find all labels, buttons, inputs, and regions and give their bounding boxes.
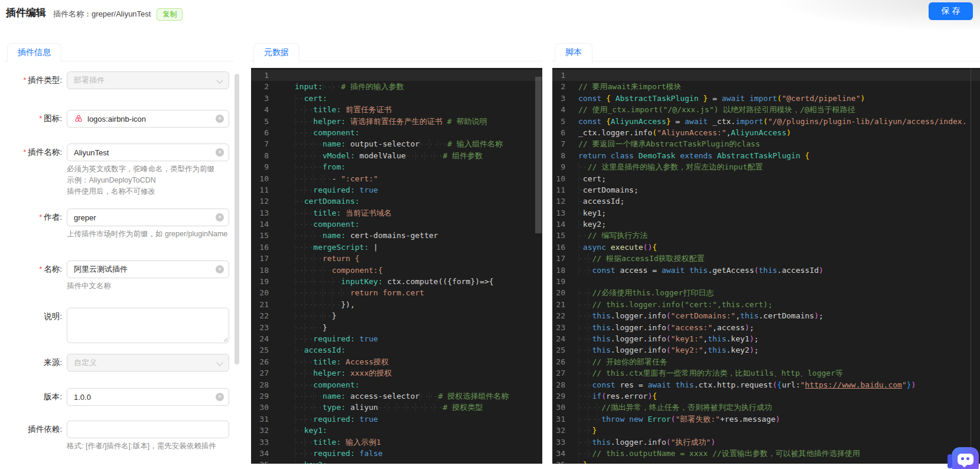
chat-side-decoration (948, 454, 952, 468)
code-line: 16····mergeScript: | (251, 242, 542, 253)
code-line: 23······} (251, 322, 542, 333)
line-number: 16 (251, 242, 278, 253)
copy-button[interactable]: 复制 (157, 8, 183, 21)
code-line: 24····required: true (251, 333, 542, 344)
plugin-name-label: 插件名称： (53, 9, 92, 18)
line-number: 22 (552, 310, 570, 321)
required-mark: * (39, 114, 42, 123)
plugin-name-helper: 必须为英文或数字，驼峰命名，类型作为前缀 示例：AliyunDeployToCD… (67, 164, 229, 197)
description-textarea[interactable] (67, 308, 229, 343)
line-number: 12 (251, 196, 278, 207)
code-line: 26···// 开始你的部署任务 (552, 356, 980, 367)
code-line: 1 (251, 70, 542, 81)
chat-bubble-icon (958, 454, 974, 465)
icon-input[interactable]: logos:airbnb-icon (67, 110, 229, 128)
chat-assistant-button[interactable] (952, 447, 979, 469)
clear-icon[interactable]: ✕ (216, 213, 224, 222)
tab-metadata[interactable]: 元数据 (253, 43, 299, 63)
script-panel: 脚本 12// 要用await来import模块3const { Abstrac… (552, 43, 980, 61)
line-number: 27 (251, 367, 278, 379)
code-line: 19··········inputKey: ctx.compute(({form… (251, 276, 542, 287)
line-number: 20 (552, 287, 570, 298)
line-number: 35 (552, 459, 570, 464)
cn-name-input[interactable] (67, 260, 229, 278)
form-scrollbar[interactable] (235, 74, 239, 364)
metadata-panel: 元数据 12input:····# 插件的输入参数3··cert:4····ti… (251, 43, 542, 61)
form-row-plugin-name: *插件名称: ✕ 必须为英文或数字，驼峰命名，类型作为前缀 示例：AliyunD… (5, 144, 234, 197)
source-label: 来源: (44, 358, 62, 367)
cn-name-helper: 插件中文名称 (67, 281, 229, 292)
code-line: 4// 使用_ctx.import("/@/xxx.js") 以绝对路径引用模块… (552, 104, 980, 115)
plugin-info-panel: 插件信息 *插件类型: 部署插件 *图标: logos:airbnb-icon … (5, 43, 234, 452)
editor-scrollbar-track[interactable] (971, 68, 971, 464)
editor-scrollbar[interactable] (535, 77, 542, 233)
line-number: 3 (251, 93, 278, 104)
script-code-editor[interactable]: 12// 要用await来import模块3const { AbstractTa… (552, 68, 980, 464)
code-line: 29···if(res.error){ (552, 390, 980, 402)
code-line: 3const { AbstractTaskPlugin } = await im… (552, 93, 980, 104)
code-line: 5····helper: 请选择前置任务产生的证书 # 帮助说明 (251, 116, 542, 127)
line-number: 6 (552, 127, 570, 138)
icon-value: logos:airbnb-icon (87, 115, 146, 123)
clear-icon[interactable]: ✕ (216, 115, 224, 123)
line-number: 11 (552, 184, 570, 196)
code-line: 35·} (552, 459, 980, 464)
clear-icon[interactable]: ✕ (216, 265, 224, 273)
line-number: 9 (552, 161, 570, 172)
code-line: 1 (552, 70, 980, 81)
line-number: 30 (552, 402, 570, 413)
plugin-name-line: 插件名称：greper/AliyunTest复制 (53, 8, 183, 21)
tab-script[interactable]: 脚本 (555, 43, 592, 63)
line-number: 1 (251, 70, 278, 81)
author-input[interactable] (67, 209, 229, 226)
line-number: 25 (552, 344, 570, 356)
tab-plugin-info[interactable]: 插件信息 (7, 43, 61, 63)
required-mark: * (39, 213, 42, 222)
line-number: 25 (251, 344, 278, 356)
line-number: 21 (251, 299, 278, 310)
code-line: 13·key1; (552, 207, 980, 219)
line-number: 4 (251, 104, 278, 115)
code-line: 17······return { (251, 253, 542, 264)
code-line: 14·key2; (552, 219, 980, 230)
required-mark: * (39, 265, 42, 273)
line-number: 13 (552, 207, 570, 219)
line-number: 11 (251, 184, 278, 196)
line-number: 7 (251, 138, 278, 149)
required-mark: * (23, 76, 26, 84)
line-number: 24 (552, 333, 570, 344)
line-number: 13 (251, 207, 278, 219)
line-number: 18 (552, 265, 570, 276)
line-number: 31 (552, 413, 570, 425)
code-line: 35··key2: (251, 459, 542, 464)
metadata-code-editor[interactable]: 12input:····# 插件的输入参数3··cert:4····title:… (251, 68, 542, 464)
code-line: 16·async execute(){ (552, 242, 980, 253)
clear-icon[interactable]: ✕ (216, 148, 224, 157)
line-number: 15 (552, 230, 570, 241)
line-number: 2 (251, 81, 278, 92)
line-number: 23 (251, 322, 278, 333)
plugin-name-value: greper/AliyunTest (92, 9, 151, 18)
code-line: 8return class DemoTask extends AbstractT… (552, 150, 980, 161)
code-line: 2// 要用await来import模块 (552, 81, 980, 92)
code-line: 18···const access = await this.getAccess… (552, 265, 980, 276)
code-line: 30······type: aliyun··············# 授权类型 (251, 402, 542, 413)
line-number: 4 (552, 104, 570, 115)
plugin-type-select[interactable]: 部署插件 (67, 71, 229, 89)
version-input[interactable] (67, 388, 229, 406)
source-select[interactable]: 自定义 (67, 354, 229, 372)
plugin-name-input[interactable] (67, 144, 229, 161)
line-number: 32 (552, 425, 570, 436)
save-button[interactable]: 保存 (929, 2, 973, 20)
code-line: 25···this.logger.info("key2:",this.key2)… (552, 344, 980, 356)
clear-icon[interactable]: ✕ (216, 393, 224, 401)
line-number: 24 (251, 333, 278, 344)
line-number: 30 (251, 402, 278, 413)
code-line: 2input:····# 插件的输入参数 (251, 81, 542, 92)
dependencies-input[interactable] (67, 421, 229, 438)
form-row-cn-name: *名称: ✕ 插件中文名称 (5, 260, 234, 292)
script-tabbar: 脚本 (552, 43, 980, 61)
line-number: 10 (251, 173, 278, 184)
line-number: 10 (552, 173, 570, 184)
line-number: 5 (552, 116, 570, 127)
